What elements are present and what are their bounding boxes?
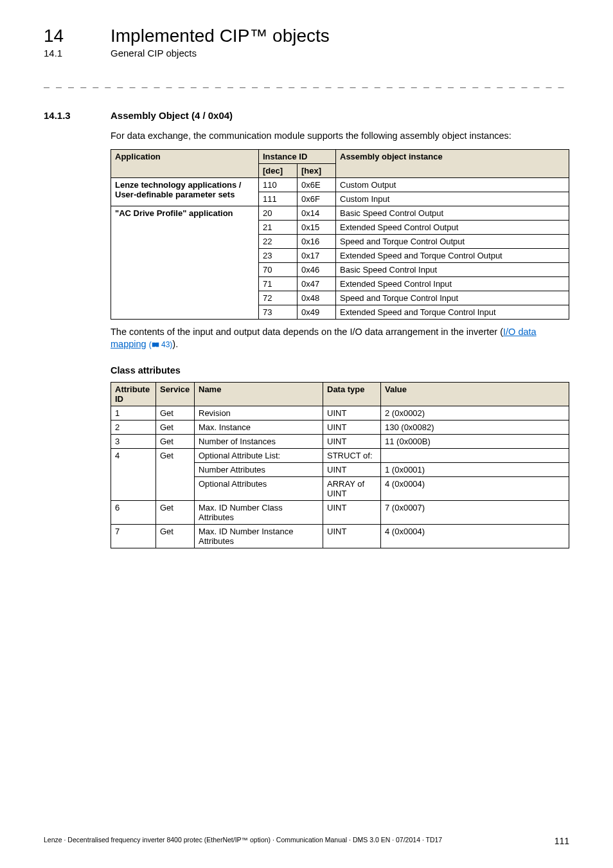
td-type: UINT [323, 524, 381, 548]
td-svc: Get [156, 434, 195, 448]
td-desc: Custom Input [336, 192, 569, 206]
td-dec: 110 [259, 177, 298, 192]
td-svc: Get [156, 524, 195, 548]
td-subname: Optional Attributes [195, 476, 323, 500]
section-body: For data exchange, the communication mod… [111, 130, 569, 548]
td-type: UINT [323, 420, 381, 434]
note-pre: The contents of the input and output dat… [111, 327, 503, 337]
td-name: Max. ID Number Instance Attributes [195, 524, 323, 548]
th-datatype: Data type [323, 382, 381, 406]
td-hex: 0x16 [298, 234, 336, 248]
td-name: Number of Instances [195, 434, 323, 448]
td-val: 130 (0x0082) [381, 420, 569, 434]
td-desc: Extended Speed Control Input [336, 276, 569, 291]
td-hex: 0x15 [298, 220, 336, 234]
td-subval: 4 (0x0004) [381, 476, 569, 500]
chapter-title: Implemented CIP™ objects [111, 26, 330, 46]
td-id: 2 [111, 420, 156, 434]
class-attributes-table: Attribute ID Service Name Data type Valu… [111, 382, 569, 548]
td-name: Max. ID Number Class Attributes [195, 500, 323, 524]
td-desc: Basic Speed Control Input [336, 262, 569, 276]
th-attr: Attribute ID [111, 382, 156, 406]
th-name: Name [195, 382, 323, 406]
td-desc: Basic Speed Control Output [336, 206, 569, 220]
td-desc: Extended Speed and Torque Control Output [336, 248, 569, 262]
td-svc: Get [156, 406, 195, 420]
td-val: 11 (0x000B) [381, 434, 569, 448]
td-val [381, 448, 569, 462]
page-number: 111 [555, 836, 569, 846]
footer-text: Lenze · Decentralised frequency inverter… [44, 836, 442, 846]
td-dec: 20 [259, 206, 298, 220]
note-paragraph: The contents of the input and output dat… [111, 326, 569, 351]
table-header-row: Application Instance ID Assembly object … [111, 149, 569, 163]
td-hex: 0x6E [298, 177, 336, 192]
td-type: UINT [323, 434, 381, 448]
td-hex: 0x49 [298, 305, 336, 319]
td-desc: Extended Speed and Torque Control Input [336, 305, 569, 319]
td-type: UINT [323, 500, 381, 524]
th-instance-id: Instance ID [259, 149, 336, 163]
td-svc: Get [156, 500, 195, 524]
td-name: Optional Attribute List: [195, 448, 323, 462]
td-svc: Get [156, 448, 195, 500]
table-row: 7 Get Max. ID Number Instance Attributes… [111, 524, 569, 548]
note-post: ). [172, 339, 178, 349]
td-id: 4 [111, 448, 156, 500]
class-attributes-heading: Class attributes [111, 365, 569, 375]
subchapter-title: General CIP objects [111, 48, 197, 59]
section-title: Assembly Object (4 / 0x04) [111, 110, 233, 121]
td-subname: Number Attributes [195, 462, 323, 476]
th-value: Value [381, 382, 569, 406]
th-service: Service [156, 382, 195, 406]
td-desc: Speed and Torque Control Input [336, 291, 569, 305]
table-row: 6 Get Max. ID Number Class Attributes UI… [111, 500, 569, 524]
td-id: 3 [111, 434, 156, 448]
table-row: "AC Drive Profile" application 20 0x14 B… [111, 206, 569, 220]
table-header-row: Attribute ID Service Name Data type Valu… [111, 382, 569, 406]
td-hex: 0x17 [298, 248, 336, 262]
section-header: 14.1.3 Assembly Object (4 / 0x04) [44, 110, 569, 121]
subchapter-number: 14.1 [44, 48, 85, 59]
td-name: Revision [195, 406, 323, 420]
td-type: STRUCT of: [323, 448, 381, 462]
subchapter-header: 14.1 General CIP objects [44, 48, 569, 59]
td-dec: 22 [259, 234, 298, 248]
td-dec: 71 [259, 276, 298, 291]
td-dec: 73 [259, 305, 298, 319]
td-hex: 0x46 [298, 262, 336, 276]
section-number: 14.1.3 [44, 110, 85, 121]
td-val: 2 (0x0002) [381, 406, 569, 420]
th-application: Application [111, 149, 259, 177]
page-ref[interactable]: ( 43) [149, 340, 173, 349]
td-app-label: "AC Drive Profile" application [111, 206, 259, 319]
td-dec: 111 [259, 192, 298, 206]
td-id: 1 [111, 406, 156, 420]
chapter-header: 14 Implemented CIP™ objects [44, 26, 569, 46]
td-desc: Extended Speed Control Output [336, 220, 569, 234]
intro-paragraph: For data exchange, the communication mod… [111, 130, 569, 143]
td-val: 4 (0x0004) [381, 524, 569, 548]
table-row: 4 Get Optional Attribute List: STRUCT of… [111, 448, 569, 462]
th-dec: [dec] [259, 163, 298, 177]
table-row: 3 Get Number of Instances UINT 11 (0x000… [111, 434, 569, 448]
td-svc: Get [156, 420, 195, 434]
td-val: 7 (0x0007) [381, 500, 569, 524]
table-row: 2 Get Max. Instance UINT 130 (0x0082) [111, 420, 569, 434]
td-hex: 0x48 [298, 291, 336, 305]
td-hex: 0x14 [298, 206, 336, 220]
td-name: Max. Instance [195, 420, 323, 434]
separator: _ _ _ _ _ _ _ _ _ _ _ _ _ _ _ _ _ _ _ _ … [44, 77, 569, 88]
td-hex: 0x6F [298, 192, 336, 206]
chapter-number: 14 [44, 26, 85, 46]
assembly-instance-table: Application Instance ID Assembly object … [111, 149, 569, 320]
table-row: 1 Get Revision UINT 2 (0x0002) [111, 406, 569, 420]
td-type: UINT [323, 406, 381, 420]
page: 14 Implemented CIP™ objects 14.1 General… [0, 0, 613, 868]
book-icon [152, 342, 159, 348]
td-subtype: ARRAY of UINT [323, 476, 381, 500]
td-desc: Custom Output [336, 177, 569, 192]
td-subval: 1 (0x0001) [381, 462, 569, 476]
td-dec: 70 [259, 262, 298, 276]
td-id: 6 [111, 500, 156, 524]
